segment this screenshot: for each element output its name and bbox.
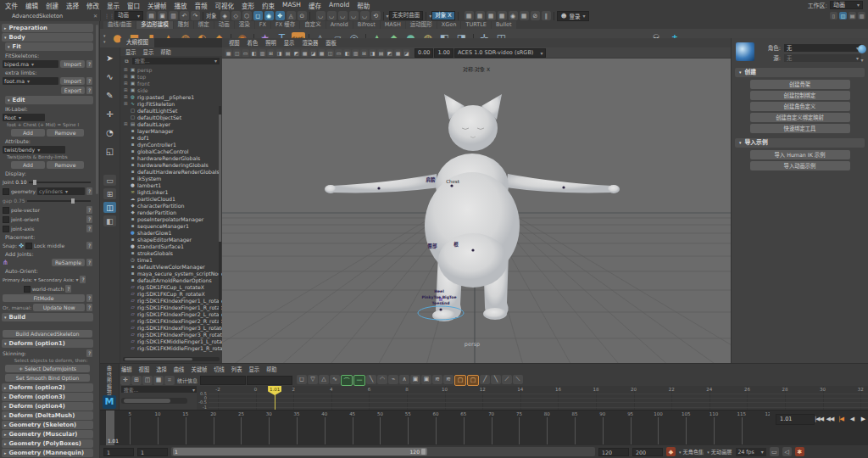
secondary-axis-dropdown[interactable]: ▾ (75, 276, 78, 282)
lock-middle-checkbox[interactable] (25, 243, 32, 249)
close-icon[interactable]: ✕ (93, 13, 97, 19)
joint-size-slider[interactable] (29, 182, 91, 183)
section-deform-deltamush-[interactable]: ▸Deform (DeltaMush) (2, 411, 93, 420)
animation-end-field[interactable]: 200 (632, 448, 663, 456)
add-joints-icon[interactable]: ⋔ (3, 259, 8, 266)
tangent-icon[interactable]: ╲ (491, 375, 501, 384)
outliner-menu-显示[interactable]: 显示 (125, 48, 136, 56)
outliner-menu-帮助[interactable]: 帮助 (160, 48, 171, 56)
viewport-toggle-icon[interactable]: ▤ (377, 49, 385, 57)
select-tool[interactable]: ➤ (103, 51, 117, 65)
select-deformjoints-button[interactable]: + Select DeformJoints (5, 365, 90, 372)
build-advancedskeleton-button[interactable]: Build AdvancedSkeleton (3, 330, 92, 338)
menu-可视化[interactable]: 可视化 (215, 1, 235, 10)
sign-in-dropdown[interactable]: ☻ 登录 ▾ (557, 11, 590, 21)
outliner-item[interactable]: ☁particleCloud1 (120, 195, 222, 202)
graph-curve-area[interactable]: -2024681012141618202224262830320.50-0.5-… (197, 386, 868, 411)
update-now-button[interactable]: Update Now (33, 304, 85, 311)
section-create[interactable]: ▾创建 (735, 68, 865, 77)
graph-tool-icon[interactable]: ⌗ (164, 376, 175, 385)
selection-mask-icon[interactable]: ◉ (264, 11, 274, 20)
tangent-icon[interactable]: ▽ (308, 375, 318, 384)
help-button[interactable]: ? (86, 304, 92, 311)
menu-播放[interactable]: 播放 (175, 1, 187, 10)
sidebar-toggle-icon[interactable]: ◫ (839, 12, 847, 20)
render-icon[interactable]: ◉ (509, 11, 518, 20)
selection-mask-icon[interactable]: ◻ (253, 11, 263, 20)
help-button[interactable]: ? (86, 87, 92, 94)
section-build[interactable]: ▾Build (2, 313, 93, 321)
section-deform-option3-[interactable]: ▸Deform (option3) (2, 393, 93, 401)
outliner-item[interactable]: ⊞▣side (120, 87, 222, 93)
graph-menu-列表[interactable]: 列表 (231, 366, 242, 373)
tangent-icon[interactable]: ≋ (432, 375, 442, 384)
resample-button[interactable]: ReSample (52, 259, 85, 266)
tangent-icon[interactable]: ◠ (377, 375, 387, 384)
create-skeleton-button[interactable]: 创建骨架 (750, 80, 850, 89)
viewport-toggle-icon[interactable]: ▭ (335, 49, 342, 57)
history-icon-group[interactable]: ▦▦▦▦◉▦⊘‖ (465, 11, 551, 20)
geometry-checkbox[interactable] (3, 188, 9, 195)
outliner-item[interactable]: ⊞▣top (120, 73, 222, 80)
outliner-tab[interactable]: 大纲视图 (120, 38, 154, 47)
joint-axis-checkbox[interactable] (3, 226, 9, 232)
graph-tool-icon[interactable]: ⊞ (131, 376, 142, 385)
section-preparation[interactable]: ▸Preparation (2, 24, 93, 32)
outliner-item[interactable]: ▱rig:SDK1FKIndexFinger3_L_rotateY (120, 324, 222, 331)
ik-remove-button[interactable]: Remove (47, 129, 84, 137)
graph-search-input[interactable]: 搜索...▾ (121, 386, 198, 393)
outliner-item[interactable]: ▪maya_secure_system_scriptNode (120, 270, 222, 276)
graph-menu-选择[interactable]: 选择 (156, 366, 167, 373)
outliner-item[interactable]: ▢defaultLightSet (120, 107, 222, 114)
drag-handle-icon[interactable]: ⋮⋮ (104, 13, 114, 19)
outliner-item[interactable]: ◷time1 (120, 256, 222, 263)
outliner-item[interactable]: ▪layerManager (120, 127, 222, 134)
section-geometry-muscular-[interactable]: ▸Geometry (Muscular) (2, 430, 93, 438)
tangent-icon[interactable]: ◻ (297, 375, 307, 384)
outliner-item[interactable]: ●standardSurface1 (120, 243, 222, 249)
geometry-type-dropdown[interactable]: cylinders▾ (37, 187, 85, 195)
create-control-rig-button[interactable]: 创建控制绑定 (750, 91, 850, 100)
scale-tool[interactable]: ◱ (103, 144, 117, 159)
help-button[interactable]: ? (86, 206, 92, 214)
outliner-menus[interactable]: 显示显示帮助 (120, 47, 222, 56)
shelf-tab-MASH[interactable]: MASH (381, 21, 405, 29)
shelf-tab-运动图形[interactable]: 运动图形 (406, 21, 437, 29)
snap-icon[interactable]: ◡ (349, 11, 359, 20)
shelf-tab-动画[interactable]: 动画 (214, 21, 234, 29)
outliner-item[interactable]: ▪shapeEditorManager (120, 236, 222, 243)
menu-MASH[interactable]: MASH (282, 1, 301, 10)
tangent-icon[interactable]: ≋ (443, 375, 453, 384)
graph-menu-帮助[interactable]: 帮助 (266, 366, 277, 373)
move-tool[interactable]: ✛ (103, 107, 117, 121)
file-op-icon[interactable]: ▥ (169, 11, 178, 20)
menu-变形[interactable]: 变形 (242, 1, 254, 10)
character-set-dropdown[interactable]: ▾无角色集 (679, 448, 704, 455)
play-forward-button[interactable]: ▶ (858, 413, 868, 424)
help-button[interactable]: ? (86, 187, 92, 195)
selection-mask-icon[interactable]: ⊙ (298, 11, 307, 20)
range-handle[interactable] (421, 449, 426, 455)
outliner-item[interactable]: ▪sequenceManager1 (120, 222, 222, 229)
render-icon[interactable]: ▦ (520, 11, 529, 20)
viewport-toggle-icon[interactable]: ▦ (394, 49, 402, 57)
animation-preferences-icon[interactable]: ✱ (795, 447, 804, 456)
menuset-dropdown[interactable]: 动画▾ (114, 11, 143, 20)
outliner-item[interactable]: ●lambert1 (120, 182, 222, 188)
section-geometry-polyboxes-[interactable]: ▸Geometry (PolyBoxes) (2, 439, 93, 448)
outliner-item[interactable]: ▱rig:SDK1FKCup_R_rotateX (120, 290, 222, 297)
outliner-item[interactable]: ⊞▤defaultLayer (120, 120, 222, 127)
shelf-tab-Bifrost[interactable]: Bifrost (353, 21, 380, 29)
attr-add-button[interactable]: Add (11, 161, 45, 169)
advskel-panel-titlebar[interactable]: AdvancedSkeleton ✕ (0, 10, 101, 21)
extra-limbs-dropdown[interactable]: foot.ma▾ (3, 77, 58, 85)
tangent-icon[interactable]: — (353, 375, 365, 386)
tangent-icon[interactable]: ▢ (454, 375, 466, 386)
graph-menu-显示[interactable]: 显示 (248, 366, 259, 373)
section-import-examples[interactable]: ▾导入示例 (735, 138, 865, 148)
gamma-field[interactable]: 1.00 (434, 48, 453, 58)
menu-Arnold[interactable]: Arnold (329, 1, 349, 10)
range-slider-track[interactable]: 1 120 (171, 447, 595, 456)
outliner-item[interactable]: ▪defaultArnoldRenderOptions (120, 276, 222, 283)
attribute-dropdown[interactable]: twist/bendy▾ (3, 146, 65, 154)
